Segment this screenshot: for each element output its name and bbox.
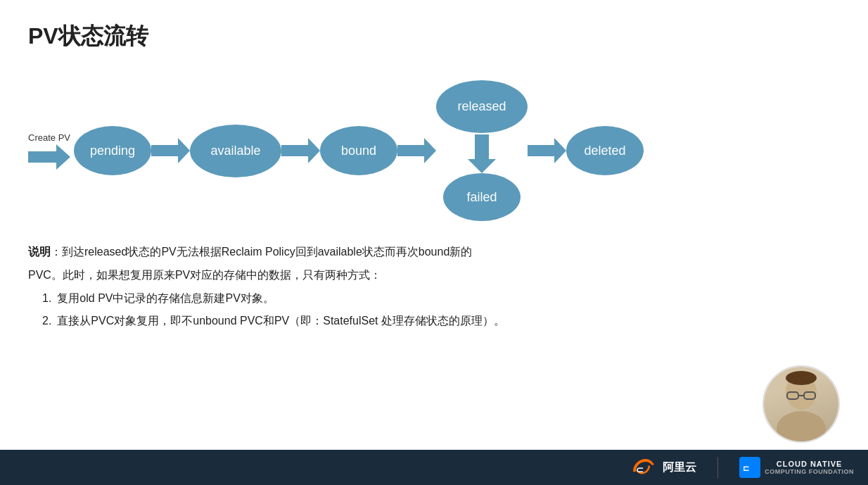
cncf-icon: ⊏ (739, 457, 760, 478)
state-pending: pending (74, 126, 151, 175)
svg-marker-3 (397, 138, 436, 163)
svg-marker-2 (281, 138, 320, 163)
avatar-image (764, 367, 838, 441)
description-bold: 说明 (28, 246, 51, 258)
description-item-1: 1. 复用old PV中记录的存储信息新建PV对象。 (42, 289, 840, 309)
initial-arrow-icon (28, 144, 70, 170)
state-bound: bound (320, 126, 397, 175)
footer: ⊂ 阿里云 ⊏ CLOUD NATIVE COMPUTING FOUNDATIO… (0, 450, 868, 485)
svg-point-11 (786, 371, 817, 385)
create-pv-block: Create PV (28, 132, 70, 170)
flow-main-row: Create PV pending available (28, 80, 840, 221)
svg-marker-0 (28, 144, 70, 170)
down-arrow-icon (468, 134, 496, 173)
released-column: released failed (436, 80, 528, 221)
arrow-icon-1 (151, 138, 190, 163)
arrow-icon-3 (397, 138, 436, 163)
description-intro: 说明：到达released状态的PV无法根据Reclaim Policy回到av… (28, 242, 840, 263)
page-title: PV状态流转 (28, 21, 840, 52)
svg-point-10 (777, 411, 826, 443)
slide: PV状态流转 Create PV pending available (0, 0, 868, 485)
create-pv-label: Create PV (28, 132, 70, 143)
arrow-icon-2 (281, 138, 320, 163)
svg-text:⊂: ⊂ (636, 465, 644, 475)
svg-marker-4 (468, 134, 496, 173)
cncf-line2: COMPUTING FOUNDATION (765, 468, 854, 475)
description-section: 说明：到达released状态的PV无法根据Reclaim Policy回到av… (28, 242, 840, 332)
svg-text:⊏: ⊏ (743, 464, 750, 472)
svg-marker-5 (528, 138, 566, 163)
description-line2: PVC。此时，如果想复用原来PV对应的存储中的数据，只有两种方式： (28, 265, 840, 286)
avatar (762, 365, 840, 443)
arrow-icon-4 (528, 138, 566, 163)
aliyun-logo: ⊂ 阿里云 (633, 459, 696, 476)
footer-divider (717, 457, 718, 478)
description-item-2: 2. 直接从PVC对象复用，即不unbound PVC和PV（即：Statefu… (42, 311, 840, 332)
svg-marker-1 (151, 138, 190, 163)
cncf-line1: CLOUD NATIVE (765, 460, 854, 468)
aliyun-label: 阿里云 (663, 460, 696, 475)
person-silhouette (766, 365, 836, 443)
state-available: available (190, 125, 281, 177)
cncf-logo: ⊏ CLOUD NATIVE COMPUTING FOUNDATION (739, 457, 854, 478)
state-released: released (436, 80, 528, 133)
state-deleted: deleted (566, 126, 644, 175)
aliyun-icon: ⊂ (633, 459, 658, 476)
flow-diagram: Create PV pending available (28, 73, 840, 221)
description-intro-text: ：到达released状态的PV无法根据Reclaim Policy回到avai… (51, 246, 472, 258)
state-failed: failed (443, 173, 521, 221)
